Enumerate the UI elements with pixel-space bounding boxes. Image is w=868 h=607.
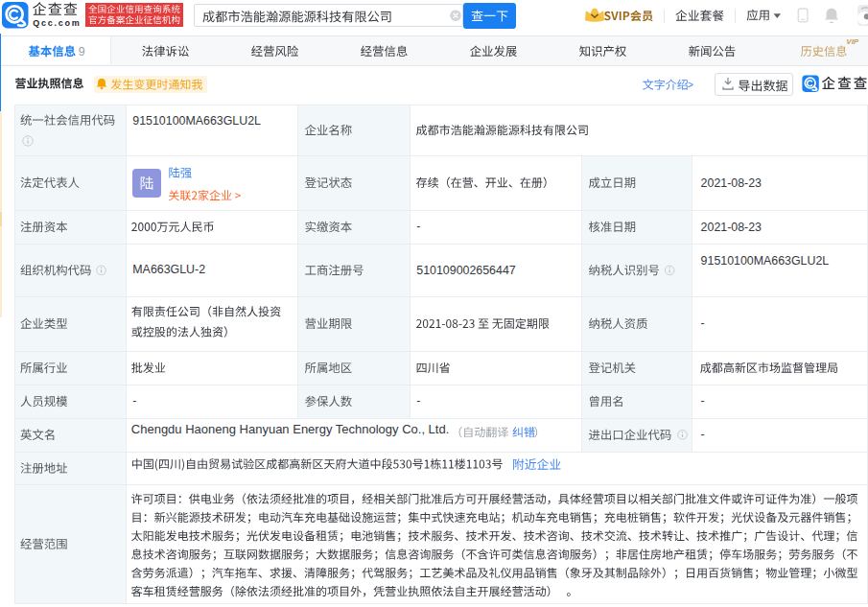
svg-text:510109002656447: 510109002656447 [416,264,515,277]
svg-text:Chengdu Haoneng Hanyuan Energy: Chengdu Haoneng Hanyuan Energy Technolog… [131,422,450,436]
svg-text:VIP: VIP [846,37,859,46]
svg-text:-: - [701,394,705,408]
svg-text:>: > [688,79,693,90]
svg-text:Qcc.com: Qcc.com [33,18,81,28]
svg-text:91510100MA663GLU2L: 91510100MA663GLU2L [132,114,261,128]
svg-text:9: 9 [79,45,85,58]
svg-text:-: - [132,394,136,408]
svg-text:-: - [701,316,705,330]
svg-text:2021-08-23: 2021-08-23 [701,176,762,190]
svg-text:-: - [416,220,420,233]
svg-text:MA663GLU-2: MA663GLU-2 [132,263,205,276]
svg-text:-: - [416,394,420,408]
svg-text:2021-08-23: 2021-08-23 [701,221,762,234]
svg-text:-: - [701,428,705,441]
svg-text:91510100MA663GLU2L: 91510100MA663GLU2L [701,254,830,268]
